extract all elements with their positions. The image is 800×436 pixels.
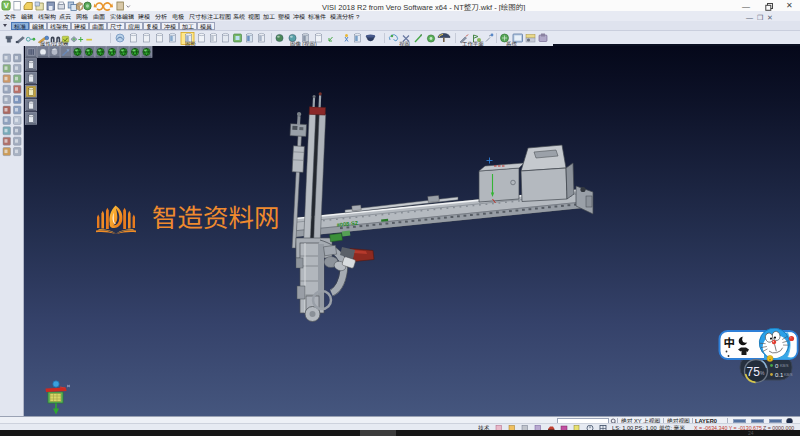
svg-text:中: 中 xyxy=(724,334,736,350)
svg-text:0.1: 0.1 xyxy=(775,372,784,378)
svg-text:V: V xyxy=(4,1,10,10)
svg-text:75: 75 xyxy=(747,365,761,379)
svg-text:KB/S: KB/S xyxy=(780,364,789,368)
svg-text:KB/S: KB/S xyxy=(784,373,793,377)
svg-text:%: % xyxy=(760,370,765,376)
